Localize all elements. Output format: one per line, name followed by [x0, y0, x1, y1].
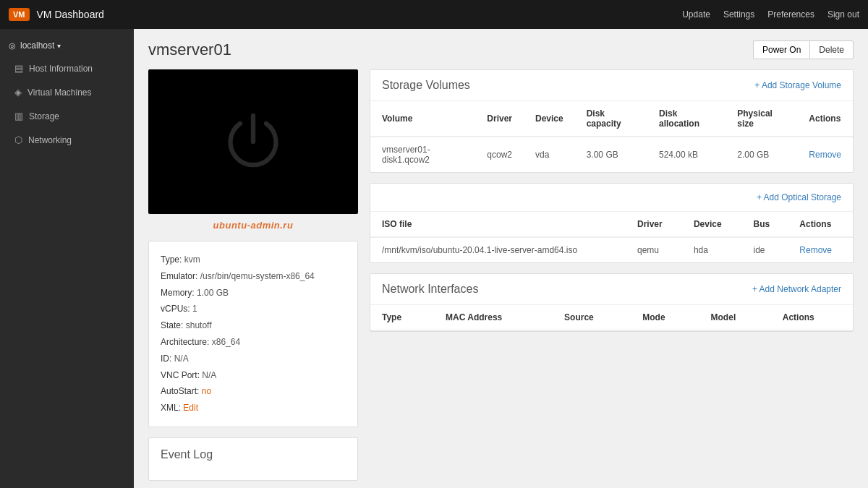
sidebar-host[interactable]: ◎ localhost ▾	[0, 35, 134, 56]
update-link[interactable]: Update	[682, 9, 710, 20]
network-interfaces-header: Network Interfaces + Add Network Adapter	[370, 274, 853, 305]
add-network-adapter-link[interactable]: + Add Network Adapter	[752, 284, 841, 294]
memory-val-text: 1.00 GB	[197, 288, 229, 298]
add-storage-volume-link[interactable]: + Add Storage Volume	[754, 80, 841, 90]
preferences-link[interactable]: Preferences	[767, 9, 814, 20]
col-type: Type	[370, 305, 434, 330]
sidebar-item-storage[interactable]: ▥ Storage	[0, 104, 134, 128]
col-disk-allocation: Disk allocation	[647, 101, 726, 137]
vcpus-val-text: 1	[192, 304, 197, 314]
signout-link[interactable]: Sign out	[827, 9, 859, 20]
sidebar-item-label: Networking	[28, 135, 72, 145]
col-mode: Mode	[631, 305, 699, 330]
volume-device: vda	[524, 137, 575, 172]
sidebar-item-label: Host Information	[29, 64, 93, 74]
xml-label: XML:	[161, 403, 181, 413]
iso-device: hda	[682, 237, 742, 262]
state-val-text: shutoff	[186, 320, 212, 330]
remove-volume-link[interactable]: Remove	[809, 150, 841, 160]
type-val-text: kvm	[184, 254, 200, 265]
network-interfaces-title: Network Interfaces	[382, 283, 752, 296]
arch-label: Architecture:	[161, 337, 209, 347]
col-iso: ISO file	[370, 212, 626, 237]
xml-edit-link[interactable]: Edit	[183, 403, 198, 413]
info-id: ID: N/A	[161, 351, 346, 367]
vm-info-panel: Type: kvm Emulator: /usr/bin/qemu-system…	[148, 241, 358, 427]
network-interfaces-header-row: Type MAC Address Source Mode Model Actio…	[370, 305, 853, 330]
sidebar-item-virtual-machines[interactable]: ◈ Virtual Machines	[0, 80, 134, 104]
sidebar-item-label: Virtual Machines	[27, 87, 92, 98]
id-label: ID:	[161, 354, 171, 364]
sidebar-host-label: localhost	[20, 40, 54, 51]
virtual-machines-icon: ◈	[14, 87, 22, 98]
storage-volumes-card: Storage Volumes + Add Storage Volume Vol…	[370, 69, 854, 173]
info-memory: Memory: 1.00 GB	[161, 285, 346, 301]
volume-driver: qcow2	[475, 137, 524, 172]
col-device: Device	[682, 212, 742, 237]
emulator-val-text: /usr/bin/qemu-system-x86_64	[200, 271, 315, 281]
info-vnc: VNC Port: N/A	[161, 367, 346, 384]
event-log-title: Event Log	[161, 448, 346, 461]
col-driver: Driver	[626, 212, 682, 237]
power-on-button[interactable]: Power On	[753, 40, 809, 59]
watermark: ubuntu-admin.ru	[148, 220, 358, 231]
vnc-label: VNC Port:	[161, 370, 200, 380]
info-state: State: shutoff	[161, 317, 346, 334]
sidebar-item-networking[interactable]: ⬡ Networking	[0, 128, 134, 152]
emulator-label: Emulator:	[161, 271, 197, 281]
type-label: Type:	[161, 254, 182, 265]
sidebar: ◎ localhost ▾ ▤ Host Information ◈ Virtu…	[0, 29, 134, 488]
table-row: vmserver01-disk1.qcow2 qcow2 vda 3.00 GB…	[370, 137, 853, 172]
remove-iso-link[interactable]: Remove	[799, 245, 832, 255]
storage-volumes-header-row: Volume Driver Device Disk capacity Disk …	[370, 101, 853, 137]
col-disk-capacity: Disk capacity	[575, 101, 647, 137]
right-column: Storage Volumes + Add Storage Volume Vol…	[370, 69, 854, 481]
left-column: ubuntu-admin.ru Type: kvm Emulator: /usr…	[148, 69, 358, 481]
col-driver: Driver	[475, 101, 524, 137]
host-icon: ◎	[9, 41, 16, 51]
iso-driver: qemu	[626, 237, 682, 262]
optical-storage-card: + Add Optical Storage ISO file Driver De…	[370, 183, 854, 263]
add-optical-storage-link[interactable]: + Add Optical Storage	[757, 192, 841, 202]
main-content: vmserver01 Power On Delete ubuntu-admin.…	[134, 29, 868, 488]
sidebar-item-host-information[interactable]: ▤ Host Information	[0, 56, 134, 80]
col-bus: Bus	[741, 212, 788, 237]
iso-action[interactable]: Remove	[788, 237, 853, 262]
two-column-layout: ubuntu-admin.ru Type: kvm Emulator: /usr…	[148, 69, 854, 481]
delete-button[interactable]: Delete	[809, 40, 854, 59]
memory-label: Memory:	[161, 288, 195, 298]
col-volume: Volume	[370, 101, 475, 137]
app-logo: VM	[9, 8, 30, 21]
sidebar-item-label: Storage	[29, 111, 59, 121]
page-title: vmserver01	[148, 40, 753, 59]
iso-bus: ide	[741, 237, 788, 262]
optical-storage-table: ISO file Driver Device Bus Actions /mnt/…	[370, 212, 853, 262]
chevron-down-icon: ▾	[57, 42, 61, 50]
col-mac: MAC Address	[434, 305, 553, 330]
col-actions: Actions	[788, 212, 853, 237]
info-arch: Architecture: x86_64	[161, 334, 346, 351]
volume-action[interactable]: Remove	[797, 137, 853, 172]
storage-icon: ▥	[14, 111, 23, 121]
network-interfaces-table: Type MAC Address Source Mode Model Actio…	[370, 305, 853, 331]
network-interfaces-card: Network Interfaces + Add Network Adapter…	[370, 273, 854, 332]
volume-physical-size: 2.00 GB	[726, 137, 797, 172]
page-header: vmserver01 Power On Delete	[148, 40, 854, 59]
storage-volumes-header: Storage Volumes + Add Storage Volume	[370, 70, 853, 101]
optical-storage-header: + Add Optical Storage	[370, 184, 853, 212]
table-row: /mnt/kvm/iso/ubuntu-20.04.1-live-server-…	[370, 237, 853, 262]
storage-volumes-table: Volume Driver Device Disk capacity Disk …	[370, 101, 853, 172]
col-actions: Actions	[771, 305, 853, 330]
info-xml: XML: Edit	[161, 400, 346, 416]
storage-volumes-title: Storage Volumes	[382, 79, 754, 92]
volume-name: vmserver01-disk1.qcow2	[370, 137, 475, 172]
vnc-val-text: N/A	[202, 370, 216, 380]
col-physical-size: Physical size	[726, 101, 797, 137]
top-navigation: VM VM Dashboard Update Settings Preferen…	[0, 0, 868, 29]
autostart-label: AutoStart:	[161, 386, 199, 396]
info-autostart: AutoStart: no	[161, 383, 346, 400]
arch-val-text: x86_64	[212, 337, 240, 347]
info-emulator: Emulator: /usr/bin/qemu-system-x86_64	[161, 268, 346, 285]
app-title: VM Dashboard	[37, 9, 683, 20]
settings-link[interactable]: Settings	[723, 9, 754, 20]
